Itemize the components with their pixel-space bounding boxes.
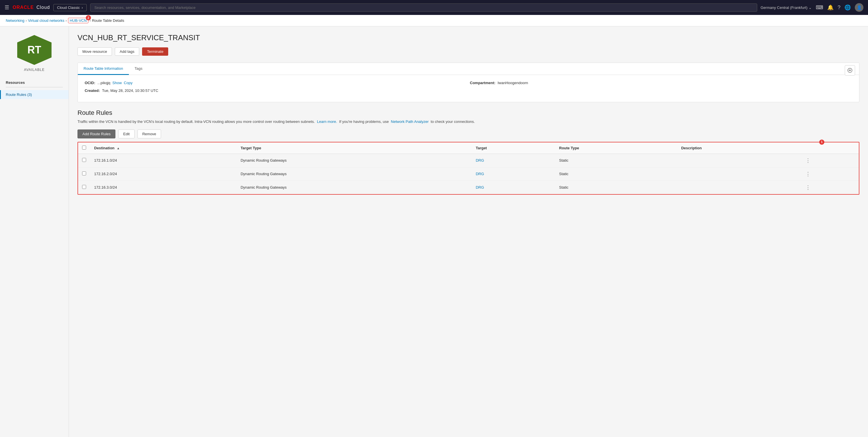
remove-button[interactable]: Remove [137,129,161,138]
row3-target-type: Dynamic Routing Gateways [237,181,472,194]
breadcrumb-hub-vcn-wrapper: HUB-VCN 2 [68,18,88,23]
row2-checkbox-cell [78,167,90,181]
svg-point-1 [849,70,850,71]
table-row: 172.16.2.0/24 Dynamic Routing Gateways D… [78,167,859,181]
row1-actions-menu-icon[interactable]: ⋮ [805,158,811,163]
route-rules-table-wrapper: 1 Destination ▲ Target Type [78,142,859,195]
description-header: Description [677,143,801,154]
row1-description [677,154,801,167]
tab-tags[interactable]: Tags [129,63,148,75]
row1-checkbox[interactable] [82,158,86,162]
breadcrumb-current: Route Table Details [92,19,124,23]
page-title: VCN_HUB_RT_SERVICE_TRANSIT [78,33,859,42]
route-type-header: Route Type [555,143,677,154]
table-highlight-container: 1 Destination ▲ Target Type [78,142,859,195]
tab-container: Route Table Information Tags [78,63,859,102]
destination-sort-icon[interactable]: ▲ [117,147,120,150]
table-row: 172.16.3.0/24 Dynamic Routing Gateways D… [78,181,859,194]
main-content: VCN_HUB_RT_SERVICE_TRANSIT Move resource… [69,26,868,437]
route-rules-badge: 1 [819,139,825,145]
edit-button[interactable]: Edit [118,129,134,138]
oracle-logo: ORACLE Cloud [12,5,50,10]
ocid-row: OCID: ...pikqjq Show Copy [85,81,467,85]
breadcrumb-vcn-link[interactable]: Virtual cloud networks [28,19,64,23]
add-tags-button[interactable]: Add tags [115,48,139,56]
code-icon[interactable]: ⌨ [816,4,823,11]
main-layout: RT AVAILABLE Resources Route Rules (3) V… [0,26,868,437]
tab-header: Route Table Information Tags [78,63,859,75]
rt-hexagon-icon: RT [17,35,52,65]
sidebar-item-route-rules[interactable]: Route Rules (3) [0,90,69,99]
breadcrumb-hub-vcn-link[interactable]: HUB-VCN [70,19,87,23]
row1-checkbox-cell [78,154,90,167]
route-rules-section-title: Route Rules [78,109,859,117]
row2-drg-link[interactable]: DRG [476,172,484,176]
row3-actions-menu-icon[interactable]: ⋮ [805,185,811,190]
help-icon-button[interactable] [845,65,855,75]
ocid-copy-link[interactable]: Copy [124,81,132,85]
row1-drg-link[interactable]: DRG [476,158,484,162]
help-icon[interactable]: ? [838,5,840,11]
route-rules-description: Traffic within the VCN is handled by the… [78,119,859,125]
chevron-icon: › [82,5,83,10]
top-navigation: ☰ ORACLE Cloud Cloud Classic › Germany C… [0,0,868,15]
row1-destination: 172.16.1.0/24 [90,154,237,167]
compartment-row: Compartment: IwanHoogendoorn [470,81,852,85]
table-row: 172.16.1.0/24 Dynamic Routing Gateways D… [78,154,859,167]
action-buttons: Move resource Add tags Terminate [78,48,859,56]
row1-route-type: Static [555,154,677,167]
row2-actions-cell: ⋮ [801,167,859,181]
add-route-rules-button[interactable]: Add Route Rules [78,129,115,138]
row2-target: DRG [472,167,555,181]
sidebar-resources-label: Resources [0,77,69,87]
region-selector[interactable]: Germany Central (Frankfurt) ⌄ [761,5,812,10]
row3-route-type: Static [555,181,677,194]
move-resource-button[interactable]: Move resource [78,48,112,56]
actions-header [801,143,859,154]
row3-checkbox-cell [78,181,90,194]
route-table-info-grid: OCID: ...pikqjq Show Copy Compartment: I… [85,81,852,88]
row1-actions-cell: ⋮ [801,154,859,167]
route-rules-table: Destination ▲ Target Type Target Route T… [78,143,859,194]
hamburger-menu-icon[interactable]: ☰ [5,4,9,11]
select-all-checkbox[interactable] [82,146,86,150]
table-header-row: Destination ▲ Target Type Target Route T… [78,143,859,154]
breadcrumb: Networking › Virtual cloud networks › HU… [0,15,868,26]
hub-vcn-badge: 2 [86,15,91,21]
created-row: Created: Tue, May 28, 2024, 10:30:57 UTC [85,88,852,93]
learn-more-link[interactable]: Learn more. [317,120,337,124]
resource-icon-wrapper: RT AVAILABLE [0,32,69,77]
row2-destination: 172.16.2.0/24 [90,167,237,181]
cloud-classic-button[interactable]: Cloud Classic › [53,4,87,11]
svg-point-0 [848,68,852,73]
globe-icon[interactable]: 🌐 [844,4,851,11]
search-input[interactable] [90,3,757,12]
network-path-analyzer-link[interactable]: Network Path Analyzer [391,120,429,124]
target-header: Target [472,143,555,154]
row1-target-type: Dynamic Routing Gateways [237,154,472,167]
avatar[interactable]: 👤 [855,3,863,12]
terminate-button[interactable]: Terminate [142,48,168,56]
bell-icon[interactable]: 🔔 [827,4,834,11]
ocid-show-link[interactable]: Show [113,81,122,85]
target-type-header: Target Type [237,143,472,154]
row3-drg-link[interactable]: DRG [476,185,484,189]
tab-content: OCID: ...pikqjq Show Copy Compartment: I… [78,75,859,102]
select-all-header [78,143,90,154]
row3-description [677,181,801,194]
row2-checkbox[interactable] [82,171,86,176]
breadcrumb-sep1: › [26,19,27,23]
table-actions: Add Route Rules Edit Remove [78,129,859,138]
row2-description [677,167,801,181]
region-chevron-icon: ⌄ [809,5,812,10]
status-badge: AVAILABLE [24,68,45,72]
row2-actions-menu-icon[interactable]: ⋮ [805,171,811,177]
row3-target: DRG [472,181,555,194]
row2-route-type: Static [555,167,677,181]
row3-checkbox[interactable] [82,185,86,189]
tab-route-table-info[interactable]: Route Table Information [78,63,129,75]
sidebar-divider [6,87,63,87]
breadcrumb-sep2: › [65,19,67,23]
breadcrumb-networking-link[interactable]: Networking [6,19,24,23]
nav-right: Germany Central (Frankfurt) ⌄ ⌨ 🔔 ? 🌐 👤 [761,3,863,12]
